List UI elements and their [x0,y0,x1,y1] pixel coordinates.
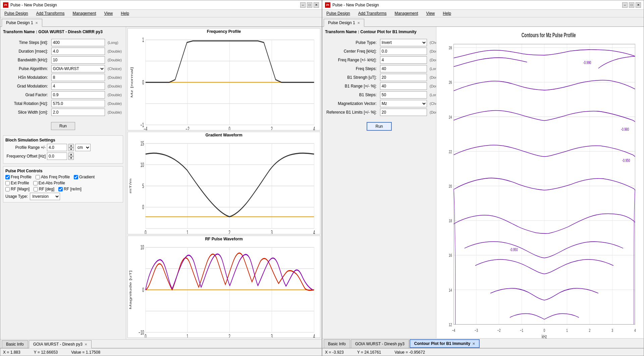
input-duration[interactable] [51,48,105,55]
svg-text:12: 12 [449,322,452,327]
cb-gradient-input[interactable] [74,175,78,179]
input-total-rotation[interactable] [51,100,105,107]
contour-title: Contours for Mz Pulse Profile [522,32,576,38]
cb-rf-deg[interactable]: RF [deg] [34,187,54,191]
cb-freq-profile[interactable]: Freq Profile [5,175,32,179]
bottom-tab-contour-close-2[interactable]: ✕ [472,342,475,346]
cb-ext-abs-profile[interactable]: Ext-Abs Profile [33,181,65,185]
freq-spin-down[interactable]: ▼ [68,156,74,160]
bottom-tab-basic-info-2[interactable]: Basic Info [324,339,350,348]
cb-rf-magn[interactable]: RF [Magn] [5,187,30,191]
cb-abs-freq-profile-input[interactable] [36,175,40,179]
menu-help-2[interactable]: Help [441,11,452,16]
title-bar-left-1: PI Pulse - New Pulse Design [3,2,57,8]
svg-text:3: 3 [611,328,613,333]
input-grad-factor[interactable] [51,91,105,99]
menu-management-2[interactable]: Management [393,11,419,16]
tab-close-1[interactable]: ✕ [35,21,38,25]
cb-ext-abs-profile-input[interactable] [33,181,38,185]
input-time-steps[interactable] [51,39,105,46]
tab-pulse-design-2[interactable]: Pulse Design 1 ✕ [324,19,364,27]
freq-spin-up[interactable]: ▲ [68,153,74,156]
svg-text:10: 10 [141,162,144,168]
menu-view-2[interactable]: View [425,11,436,16]
usage-row-1: Usage Type: Inversion Excitation [5,193,121,200]
input-freq-range[interactable] [380,56,427,64]
svg-text:10: 10 [141,244,144,251]
freq-spinner: ▲ ▼ [68,153,74,160]
gradient-plot: Gradient Waveform [127,132,320,234]
cb-rf-reim-input[interactable] [58,187,63,191]
input-b1-steps[interactable] [380,91,427,99]
menu-pulse-design-2[interactable]: Pulse Design [325,11,352,16]
bottom-tab-goia-2[interactable]: GOIA WURST - Dinesh py3 [351,339,409,348]
input-b1-range[interactable] [380,82,427,90]
menu-help-1[interactable]: Help [119,11,130,16]
profile-spin-down[interactable]: ▼ [68,147,74,151]
type-hsn-mod: (Double) [106,73,123,82]
minimize-btn-2[interactable]: – [622,2,628,8]
profile-spin-up[interactable]: ▲ [68,144,74,147]
menu-pulse-design-1[interactable]: Pulse Design [3,11,30,16]
svg-text:14: 14 [449,288,452,292]
usage-label-1: Usage Type: [5,194,28,199]
bottom-tab-goia-close-1[interactable]: ✕ [85,343,87,346]
cb-freq-profile-input[interactable] [5,175,10,179]
cb-rf-deg-input[interactable] [34,187,38,191]
input-ref-b1[interactable] [380,109,427,116]
menu-management-1[interactable]: Management [71,11,97,16]
cb-ext-profile-input[interactable] [5,181,10,185]
select-pulse-type[interactable]: Invert Excite [380,39,427,46]
cb-gradient[interactable]: Gradient [74,175,95,179]
bottom-tab-basic-info-1[interactable]: Basic Info [2,340,28,348]
close-btn-1[interactable]: ✕ [314,2,319,8]
row-mag-vector: Magnetization Vector: Mz Mx My (Choice) [325,99,436,108]
input-slice-width[interactable] [51,109,105,116]
usage-select[interactable]: Inversion Excitation [30,193,60,200]
svg-text:1: 1 [186,333,188,338]
title-bar-left-2: PI Pulse - New Pulse Design [325,2,379,8]
input-center-freq[interactable] [380,48,427,55]
select-pulse-algo[interactable]: GOIA-WURST [51,65,105,72]
row-b1-steps: B1 Steps: (Long) [325,91,436,99]
svg-text:4: 4 [313,333,315,338]
row-center-freq: Center Freq [kHz]: (Double) [325,47,436,56]
menu-add-transforms-1[interactable]: Add Transforms [35,11,66,16]
input-b1-strength[interactable] [380,74,427,81]
run-button-2[interactable]: Run [367,122,391,131]
cb-ext-profile[interactable]: Ext Profile [5,181,29,185]
input-grad-mod[interactable] [51,82,105,90]
rf-pulse-title: RF Pulse Waveform [128,236,320,242]
bottom-tab-contour-2[interactable]: Contour Plot for B1 Immunity ✕ [410,339,480,348]
svg-text:1: 1 [186,230,188,234]
freq-profile-svg-area: 1 0 −1 Mz [normal] −4 −2 0 2 4 [128,35,320,130]
maximize-btn-2[interactable]: □ [629,2,634,8]
close-btn-2[interactable]: ✕ [636,2,641,8]
bloch-settings-1: Bloch Simulation Settings Profile Range … [3,135,123,164]
contour-plot-area: Contours for Mz Pulse Profile [436,27,644,338]
menu-view-1[interactable]: View [103,11,114,16]
maximize-btn-1[interactable]: □ [307,2,312,8]
tab-pulse-design-1[interactable]: Pulse Design 1 ✕ [2,19,42,27]
bloch-profile-input[interactable] [47,144,67,151]
bloch-freq-input[interactable] [47,153,67,160]
type-time-steps: (Long) [106,38,123,47]
menu-add-transforms-2[interactable]: Add Transforms [357,11,388,16]
input-hsn-mod[interactable] [51,74,105,81]
run-button-1[interactable]: Run [51,122,75,130]
label-total-rotation: Total Rotation [Hz]: [3,99,50,108]
label-mag-vector: Magnetization Vector: [325,99,379,108]
cb-abs-freq-profile[interactable]: Abs Freq Profile [36,175,70,179]
row-b1-range: B1 Range [+/- %]: (Double) [325,82,436,91]
cb-rf-magn-input[interactable] [5,187,10,191]
minimize-btn-1[interactable]: – [300,2,306,8]
input-bandwidth[interactable] [51,56,105,64]
svg-text:1: 1 [142,37,144,43]
select-mag-vector[interactable]: Mz Mx My [380,100,427,107]
window-title-2: Pulse - New Pulse Design [332,3,379,7]
profile-unit-select[interactable]: cm mm [75,144,91,151]
tab-close-2[interactable]: ✕ [357,21,360,25]
bottom-tab-goia-1[interactable]: GOIA WURST - Dinesh py3 ✕ [29,340,92,348]
input-freq-steps[interactable] [380,65,427,72]
cb-rf-reim[interactable]: RF [re/im] [58,187,82,191]
